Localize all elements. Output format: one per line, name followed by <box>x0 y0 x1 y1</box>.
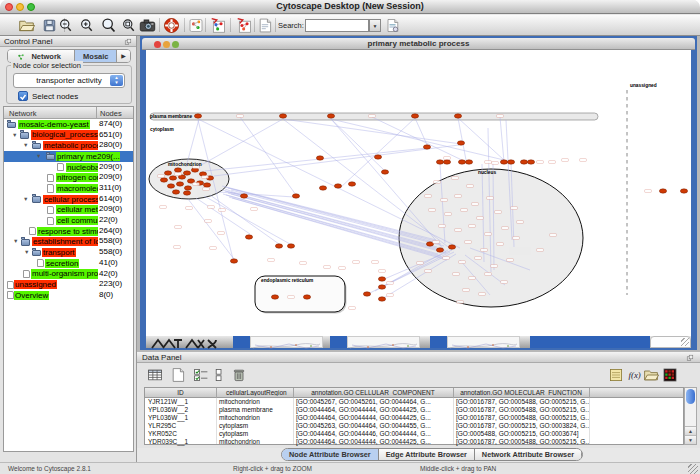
minimized-window-thumbnail[interactable] <box>347 336 420 348</box>
open-folder-icon[interactable] <box>18 17 35 38</box>
column-header[interactable]: _cellularLayoutRegion <box>216 389 293 396</box>
network-canvas[interactable]: plasma membranecytoplasmmitochondrionnuc… <box>146 50 691 336</box>
select-attributes-icon[interactable] <box>193 367 209 387</box>
save-icon[interactable] <box>42 17 57 38</box>
tree-row-mosaic-demo-yeast[interactable]: mosaic-demo-yeast874(0) <box>4 119 133 130</box>
tree-row-overview[interactable]: Overview8(0) <box>4 290 133 301</box>
tab-overflow-icon[interactable]: ▶ <box>117 50 130 62</box>
scroll-up-icon[interactable]: ▲ <box>685 426 696 435</box>
column-header[interactable]: ID <box>145 389 216 396</box>
unselect-attributes-icon[interactable] <box>213 367 229 387</box>
tree-row-cellular-metabo[interactable]: cellular metabo209(0) <box>4 204 133 215</box>
network-node <box>520 160 527 164</box>
table-row[interactable]: YPL036W__2plasma membrane[GO:0044464, GO… <box>145 406 683 414</box>
tree-row-unassigned[interactable]: unassigned223(0) <box>4 279 133 290</box>
tree-row-macromolecule[interactable]: macromolecule311(0) <box>4 183 133 194</box>
scroll-down-icon[interactable]: ▼ <box>685 435 696 444</box>
expander-icon[interactable]: ▼ <box>23 196 28 203</box>
zoom-out-icon[interactable] <box>58 17 73 38</box>
camera-icon[interactable] <box>137 17 158 38</box>
tree-row-response-to-stimulu[interactable]: response to stimulu264(0) <box>4 226 133 237</box>
table-row[interactable]: YKR052Ccytoplasm[GO:0044464, GO:0044446,… <box>145 430 683 438</box>
node-label <box>387 282 394 285</box>
node-color-combobox[interactable]: transporter activity ▲▼ <box>13 73 125 88</box>
zoom-in-icon[interactable] <box>79 17 94 38</box>
tab-network-attribute-browser[interactable]: Network Attribute Browser <box>475 449 582 460</box>
column-header[interactable]: annotation.GO MOLECULAR_FUNCTION <box>453 389 589 396</box>
tree-row-nitrogen-compo[interactable]: nitrogen compo209(0) <box>4 172 133 183</box>
node-label <box>268 259 275 262</box>
frame-resize-corner[interactable] <box>650 336 691 348</box>
minimized-window-titlebar[interactable] <box>330 336 347 348</box>
annotation-icon[interactable] <box>188 17 204 38</box>
notes-icon[interactable] <box>608 367 624 387</box>
expander-icon[interactable]: ▼ <box>12 132 17 139</box>
expander-icon[interactable]: ▼ <box>23 142 28 149</box>
column-header[interactable]: annotation.GO CELLULAR_COMPONENT <box>293 389 453 396</box>
delete-attribute-icon[interactable] <box>231 367 247 387</box>
formula-icon[interactable]: f(x) <box>627 367 643 387</box>
toolbar-separator <box>254 18 255 32</box>
node-label <box>537 161 544 164</box>
zoom-fit-icon[interactable] <box>121 17 136 38</box>
frame-titlebar[interactable]: primary metabolic process <box>142 38 695 50</box>
network-node <box>164 171 171 175</box>
tree-row-secretion[interactable]: secretion41(0) <box>4 258 133 269</box>
expander-icon[interactable]: ▼ <box>13 238 18 245</box>
node-label <box>457 301 464 304</box>
table-row[interactable]: YLR295Ccytoplasm[GO:0045263, GO:0044464,… <box>145 422 683 430</box>
minimized-window-thumbnail[interactable] <box>447 336 520 348</box>
table-row[interactable]: YDR039C__1mitochondrion[GO:0044464, GO:0… <box>145 438 683 446</box>
window-titlebar[interactable]: Cytoscape Desktop (New Session) <box>0 0 700 14</box>
tree-row-cellular-process[interactable]: ▼cellular process614(0) <box>4 194 133 205</box>
minimized-window-thumbnail[interactable] <box>250 336 323 348</box>
tree-row-nucleobase-[interactable]: nucleobase-209(0) <box>4 162 133 173</box>
float-icon[interactable] <box>686 354 694 361</box>
scrollbar-thumb[interactable] <box>686 389 695 404</box>
import-network-icon[interactable] <box>209 17 228 38</box>
minimized-windows-strip[interactable] <box>146 336 691 348</box>
tree-row-transport[interactable]: ▼transport558(0) <box>4 247 133 258</box>
tree-row-cell-communicat[interactable]: cell communicat22(0) <box>4 215 133 226</box>
resize-grip[interactable] <box>688 464 698 474</box>
tree-row-primary-metabo[interactable]: ▼primary metabo209(... <box>4 151 133 162</box>
float-icon[interactable] <box>124 38 132 45</box>
combobox-stepper-icon[interactable]: ▲▼ <box>110 75 123 86</box>
tree-row-biological-process[interactable]: ▼biological_process651(0) <box>4 130 133 141</box>
svg-text:plasma membrane: plasma membrane <box>150 114 192 119</box>
import-attributes-icon[interactable] <box>643 367 659 387</box>
status-text: Right-click + drag to ZOOM <box>233 465 312 472</box>
export-icon[interactable] <box>257 17 273 38</box>
matrix-icon[interactable] <box>662 367 678 387</box>
attribute-table-icon[interactable] <box>147 367 163 387</box>
search-dropdown-icon[interactable]: ▼ <box>369 19 381 32</box>
network-node <box>172 190 179 194</box>
minimized-window-bar[interactable] <box>530 336 650 348</box>
select-nodes-checkbox[interactable] <box>18 91 28 101</box>
attribute-browser-tabs: Node Attribute BrowserEdge Attribute Bro… <box>281 448 583 461</box>
tree-row-establishment-of-lo[interactable]: ▼establishment of lo558(0) <box>4 236 133 247</box>
minimized-window-titlebar[interactable] <box>430 336 447 348</box>
table-scrollbar[interactable]: ▲ ▼ <box>684 387 697 445</box>
minimized-window-titlebar[interactable] <box>233 336 250 348</box>
expander-icon[interactable]: ▼ <box>24 249 29 256</box>
search-input[interactable] <box>305 19 369 32</box>
modify-network-icon[interactable] <box>234 17 255 38</box>
tree-row-metabolic-process[interactable]: ▼metabolic process280(0) <box>4 140 133 151</box>
table-row[interactable]: YJR121W__1mitochondrion[GO:0045267, GO:0… <box>145 398 683 406</box>
file-icon <box>47 206 54 214</box>
new-attribute-icon[interactable] <box>170 367 186 387</box>
table-row[interactable]: YPL036W__1mitochondrion[GO:0044464, GO:0… <box>145 414 683 422</box>
tab-edge-attribute-browser[interactable]: Edge Attribute Browser <box>379 449 475 460</box>
search-options-icon[interactable] <box>385 17 400 38</box>
network-view-frame[interactable]: primary metabolic process plasma membran… <box>140 36 697 350</box>
minimized-window-icon[interactable] <box>150 336 227 348</box>
expander-icon[interactable]: ▼ <box>36 153 41 160</box>
status-bar: Welcome to Cytoscape 2.8.1Right-click + … <box>0 462 700 474</box>
node-label <box>439 225 446 228</box>
tree-row-multi-organism-pro[interactable]: multi-organism pro42(0) <box>4 269 133 280</box>
tab-node-attribute-browser[interactable]: Node Attribute Browser <box>282 449 379 460</box>
help-ring-icon[interactable] <box>163 17 180 38</box>
zoom-selected-icon[interactable] <box>100 17 117 38</box>
node-label <box>485 161 492 164</box>
